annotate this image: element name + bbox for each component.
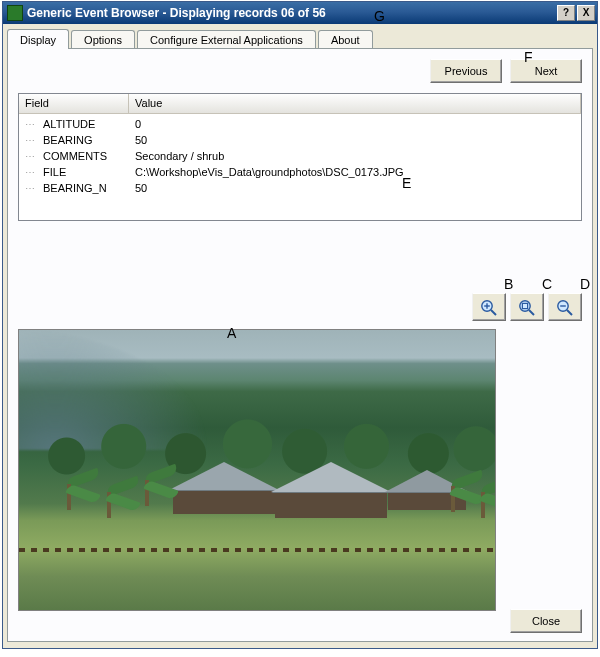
svg-line-8 (567, 310, 572, 315)
cell-field: FILE (43, 166, 135, 178)
zoom-in-button[interactable] (472, 293, 506, 321)
app-icon (7, 5, 23, 21)
tab-configure-external-applications[interactable]: Configure External Applications (137, 30, 316, 49)
tree-connector-icon: ⋯ (25, 183, 43, 194)
tab-options[interactable]: Options (71, 30, 135, 49)
cell-field: BEARING (43, 134, 135, 146)
window-title: Generic Event Browser - Displaying recor… (27, 6, 555, 20)
table-header: Field Value (19, 94, 581, 114)
tree-connector-icon: ⋯ (25, 167, 43, 178)
cell-field: BEARING_N (43, 182, 135, 194)
record-nav: Previous Next (18, 59, 582, 83)
table-row[interactable]: ⋯ ALTITUDE 0 (19, 116, 581, 132)
zoom-in-icon (479, 298, 499, 316)
cell-field: ALTITUDE (43, 118, 135, 130)
table-row[interactable]: ⋯ COMMENTS Secondary / shrub (19, 148, 581, 164)
cell-value: C:\Workshop\eVis_Data\groundphotos\DSC_0… (135, 166, 404, 178)
table-row[interactable]: ⋯ BEARING 50 (19, 132, 581, 148)
table-body: ⋯ ALTITUDE 0 ⋯ BEARING 50 ⋯ COMMENTS Sec… (19, 114, 581, 198)
tab-about[interactable]: About (318, 30, 373, 49)
table-row[interactable]: ⋯ BEARING_N 50 (19, 180, 581, 196)
svg-point-4 (520, 301, 530, 311)
zoom-controls (18, 293, 582, 321)
column-header-value[interactable]: Value (129, 94, 581, 113)
zoom-out-button[interactable] (548, 293, 582, 321)
zoom-out-icon (555, 298, 575, 316)
tree-connector-icon: ⋯ (25, 151, 43, 162)
cell-value: 50 (135, 182, 147, 194)
help-button[interactable]: ? (557, 5, 575, 21)
footer-buttons: Close (510, 609, 582, 633)
cell-value: Secondary / shrub (135, 150, 224, 162)
close-button[interactable]: Close (510, 609, 582, 633)
table-row[interactable]: ⋯ FILE C:\Workshop\eVis_Data\groundphoto… (19, 164, 581, 180)
cell-value: 50 (135, 134, 147, 146)
tabstrip: Display Options Configure External Appli… (3, 24, 597, 48)
zoom-fit-icon (517, 298, 537, 316)
close-window-button[interactable]: X (577, 5, 595, 21)
cell-field: COMMENTS (43, 150, 135, 162)
svg-line-1 (491, 310, 496, 315)
tree-connector-icon: ⋯ (25, 135, 43, 146)
tree-connector-icon: ⋯ (25, 119, 43, 130)
cell-value: 0 (135, 118, 141, 130)
previous-button[interactable]: Previous (430, 59, 502, 83)
app-window: Generic Event Browser - Displaying recor… (2, 1, 598, 649)
attribute-table: Field Value ⋯ ALTITUDE 0 ⋯ BEARING 50 (18, 93, 582, 221)
column-header-field[interactable]: Field (19, 94, 129, 113)
svg-line-5 (529, 310, 534, 315)
photo-display (18, 329, 496, 611)
titlebar: Generic Event Browser - Displaying recor… (3, 2, 597, 24)
client-area: Display Options Configure External Appli… (3, 24, 597, 648)
tab-display[interactable]: Display (7, 29, 69, 49)
zoom-fit-button[interactable] (510, 293, 544, 321)
tab-panel-display: Previous Next Field Value ⋯ ALTITUDE 0 ⋯ (7, 48, 593, 642)
next-button[interactable]: Next (510, 59, 582, 83)
